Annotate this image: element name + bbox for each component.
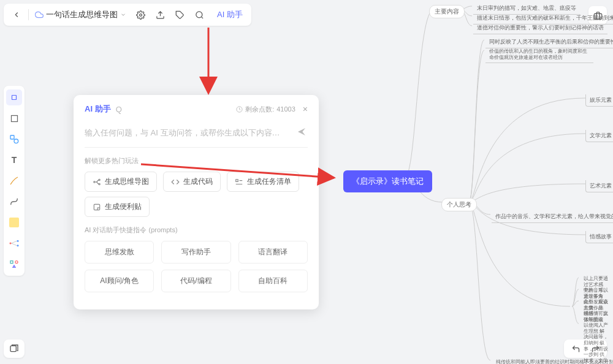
export-button[interactable]	[152, 7, 168, 23]
mind-icon	[9, 239, 20, 248]
svg-point-12	[17, 245, 19, 246]
connector-tool[interactable]	[6, 194, 22, 210]
sticky-note-tool[interactable]	[6, 214, 22, 230]
ai-assistant-popup: AI 助手 Q 剩余点数: 41003 × 解锁更多热门玩法 生成思维导图 生成…	[74, 95, 319, 309]
connector-icon	[9, 197, 19, 207]
mindmap-category[interactable]: 娱乐元素	[585, 94, 613, 107]
search-icon	[195, 10, 204, 20]
mindmap-node[interactable]: 价值的传统和人的生日的视角，象时间度和生命价值观历史旅途是对在读者经历	[485, 47, 593, 63]
svg-point-17	[94, 181, 95, 182]
more-shapes-icon	[9, 259, 19, 269]
ai-help-icon[interactable]: Q	[116, 105, 122, 114]
svg-point-19	[99, 183, 100, 184]
left-tool-panel: T	[4, 86, 25, 276]
cursor-icon	[10, 93, 18, 102]
svg-rect-20	[236, 179, 238, 181]
mindmap-category[interactable]: 情感故事	[585, 231, 613, 243]
ai-assistant-toolbar-button[interactable]: AI 助手	[213, 9, 246, 20]
search-button[interactable]	[191, 7, 207, 23]
chevron-down-icon	[120, 12, 126, 18]
pen-icon	[9, 176, 19, 186]
send-icon	[297, 127, 306, 137]
svg-point-9	[14, 139, 18, 143]
prompt-writing-assistant[interactable]: 写作助手	[161, 241, 230, 264]
mindmap-central-node[interactable]: 《启示录》读书笔记	[343, 170, 432, 192]
layers-button[interactable]	[4, 339, 25, 358]
svg-rect-21	[94, 204, 99, 210]
select-tool[interactable]	[6, 89, 22, 105]
pen-tool[interactable]	[6, 173, 22, 189]
ai-close-button[interactable]: ×	[303, 104, 308, 114]
mindmap-node[interactable]: 作品中的音乐、文学和艺术元素，给人带来视觉的情感故事	[492, 211, 613, 223]
gen-tasklist-button[interactable]: 生成任务清单	[227, 172, 299, 192]
code-icon	[171, 178, 180, 186]
svg-rect-7	[11, 115, 17, 121]
svg-rect-8	[10, 135, 14, 139]
ai-prompt-input[interactable]	[85, 128, 295, 137]
prompt-ai-role[interactable]: AI顾问/角色	[85, 270, 154, 292]
ai-popup-title: AI 助手	[85, 104, 111, 115]
sticky-icon	[93, 203, 101, 211]
frame-icon	[10, 114, 19, 123]
hot-actions-label: 解锁更多热门玩法	[85, 156, 308, 165]
gen-code-button[interactable]: 生成代码	[163, 172, 221, 192]
sticky-icon	[9, 218, 19, 227]
gear-icon	[136, 10, 145, 20]
annotation-arrow-down	[196, 25, 233, 98]
mindmap-node[interactable]: 纯传统和同能人即须要善的结识时期间格不克克利分别	[492, 357, 613, 364]
export-icon	[156, 10, 165, 20]
mindmap-node[interactable]: 感悟：可以强制的输 以使阅人产生理想 解决问题等，归纳到 叙事，从而设一步到 供…	[580, 309, 613, 364]
svg-point-10	[10, 243, 12, 245]
mindmap-category[interactable]: 艺术元素	[585, 180, 613, 192]
text-icon: T	[12, 155, 17, 165]
prompt-coding[interactable]: 代码/编程	[161, 270, 230, 292]
back-button[interactable]	[9, 7, 25, 23]
prompt-translation[interactable]: 语言翻译	[238, 241, 308, 264]
svg-point-18	[99, 179, 100, 180]
settings-button[interactable]	[132, 7, 148, 23]
svg-rect-13	[10, 261, 13, 264]
branch-icon	[93, 178, 101, 186]
checklist-icon	[235, 178, 243, 186]
shapes-icon	[9, 134, 19, 144]
prompt-encyclopedia[interactable]: 自助百科	[238, 270, 308, 292]
mindmap-branch-personal[interactable]: 个人思考	[441, 198, 477, 211]
gen-mindmap-button[interactable]: 生成思维导图	[85, 172, 157, 192]
clock-icon	[236, 106, 243, 113]
gen-sticky-button[interactable]: 生成便利贴	[85, 197, 150, 217]
undo-icon	[571, 344, 581, 354]
mind-tool[interactable]	[6, 235, 22, 251]
svg-rect-15	[10, 346, 16, 351]
svg-point-14	[15, 261, 18, 264]
text-tool[interactable]: T	[6, 152, 22, 168]
svg-point-0	[139, 13, 142, 16]
mindmap-branch-main[interactable]: 主要内容	[429, 5, 465, 18]
prompt-divergent-thinking[interactable]: 思维发散	[85, 241, 154, 264]
doc-title: 一句话生成思维导图	[46, 9, 118, 20]
more-shapes-tool[interactable]	[6, 256, 22, 272]
svg-point-11	[17, 240, 19, 242]
ai-send-button[interactable]	[295, 127, 308, 138]
tag-button[interactable]	[172, 7, 188, 23]
frame-tool[interactable]	[6, 110, 22, 126]
doc-title-dropdown[interactable]: 一句话生成思维导图	[32, 9, 129, 20]
top-toolbar: 一句话生成思维导图 AI 助手	[4, 4, 251, 26]
prompts-label: AI 对话助手快捷指令 (prompts)	[85, 226, 308, 235]
svg-rect-6	[12, 96, 17, 100]
cloud-icon	[35, 10, 44, 19]
ai-remaining-points: 剩余点数: 41003	[236, 105, 295, 114]
shape-tool[interactable]	[6, 131, 22, 147]
svg-line-4	[201, 17, 203, 18]
tag-icon	[175, 10, 185, 20]
svg-point-3	[196, 11, 202, 17]
mindmap-node[interactable]: 道德对信仰的重要性，警示人们要时刻记得神的话语	[473, 22, 607, 34]
mindmap-category[interactable]: 文学元素	[585, 130, 613, 142]
layers-icon	[9, 344, 19, 354]
